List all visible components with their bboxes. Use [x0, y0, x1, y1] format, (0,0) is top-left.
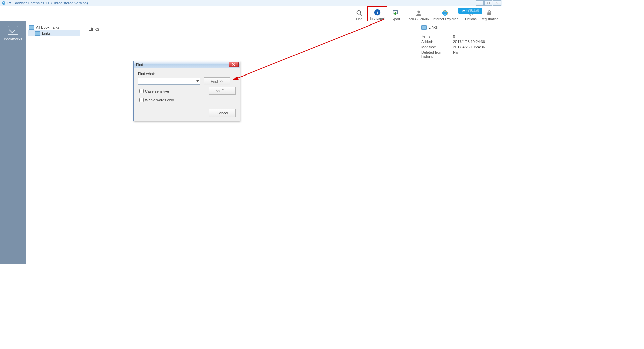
tree-child-label: Links	[42, 31, 51, 35]
find-label: Find	[356, 17, 362, 21]
info-panel-label: Info panel	[370, 17, 385, 20]
folder-icon	[421, 25, 427, 30]
registration-label: Registration	[481, 17, 498, 21]
bookmarks-icon[interactable]	[8, 26, 18, 35]
svg-rect-17	[487, 12, 491, 15]
window-titlebar: RS Browser Forensics 1.0 (Unregistered v…	[0, 0, 502, 6]
window-maximize-button[interactable]: ▢	[484, 0, 492, 6]
find-input[interactable]	[138, 79, 195, 84]
tree-child-links[interactable]: Links	[28, 30, 80, 36]
find-what-label: Find what:	[138, 72, 236, 76]
svg-text:i: i	[377, 10, 378, 15]
svg-line-15	[469, 14, 470, 15]
info-title: Links	[428, 25, 438, 30]
svg-point-6	[417, 11, 420, 13]
lock-icon	[485, 9, 493, 17]
dialog-close-button[interactable]	[229, 62, 239, 67]
whole-words-input[interactable]	[139, 98, 144, 102]
browser-button[interactable]: Internet Explorer	[431, 6, 460, 22]
workspace: Bookmarks All Bookmarks Links Links Link…	[0, 21, 502, 264]
browser-label: Internet Explorer	[433, 17, 458, 21]
svg-line-14	[472, 14, 473, 15]
folder-icon	[35, 31, 40, 36]
toolbar: Find i Info panel Export pc0359.cn-06 In…	[0, 6, 502, 22]
nav-column: Bookmarks	[0, 21, 26, 264]
window-minimize-button[interactable]: －	[476, 0, 484, 6]
content-heading: Links	[88, 26, 411, 36]
content-area: Links	[82, 21, 417, 264]
tree-panel: All Bookmarks Links	[26, 21, 82, 264]
info-panel: Links Items:0 Added:2017/4/25 19:24:36 M…	[417, 21, 502, 264]
export-label: Export	[390, 17, 400, 21]
cancel-button[interactable]: Cancel	[209, 109, 236, 117]
export-icon	[391, 9, 399, 17]
user-label: pc0359.cn-06	[409, 17, 429, 21]
info-row: Deleted from history:No	[421, 50, 498, 59]
find-prev-button[interactable]: << Find	[209, 87, 236, 95]
svg-point-0	[2, 1, 6, 5]
find-combo[interactable]	[138, 78, 200, 85]
options-label: Options	[465, 17, 476, 21]
info-panel-button[interactable]: i Info panel	[367, 6, 387, 22]
tree-root[interactable]: All Bookmarks	[28, 24, 80, 30]
info-table: Items:0 Added:2017/4/25 19:24:36 Modifie…	[421, 34, 498, 59]
ie-icon	[441, 9, 449, 17]
find-next-button[interactable]: Find >>	[204, 77, 230, 85]
app-icon	[1, 1, 6, 5]
case-sensitive-checkbox[interactable]: Case-sensitive	[138, 88, 206, 94]
svg-point-20	[462, 10, 463, 11]
find-button[interactable]: Find	[352, 6, 367, 22]
user-icon	[415, 9, 423, 17]
case-sensitive-input[interactable]	[139, 89, 144, 93]
find-dialog: Find Find what: Find >> Case-sensitive <…	[133, 61, 240, 121]
search-icon	[355, 9, 363, 17]
chevron-down-icon[interactable]	[195, 78, 200, 84]
tree-root-label: All Bookmarks	[36, 25, 59, 29]
svg-line-2	[360, 14, 362, 16]
export-button[interactable]: Export	[388, 6, 403, 22]
svg-point-21	[464, 10, 464, 11]
user-button[interactable]: pc0359.cn-06	[407, 6, 431, 22]
window-close-button[interactable]: ✕	[493, 0, 501, 6]
folder-icon	[29, 25, 34, 30]
dialog-title: Find	[136, 63, 229, 67]
nav-bookmarks-label: Bookmarks	[4, 37, 22, 41]
whole-words-checkbox[interactable]: Whole words only	[138, 97, 236, 103]
upload-badge-label: 拉我上传	[466, 8, 479, 13]
upload-badge[interactable]: 拉我上传	[458, 8, 482, 14]
dialog-titlebar[interactable]: Find	[134, 61, 240, 68]
svg-point-1	[357, 11, 360, 14]
window-title: RS Browser Forensics 1.0 (Unregistered v…	[7, 1, 476, 5]
info-row: Modified:2017/4/25 19:24:36	[421, 44, 498, 50]
info-row: Added:2017/4/25 19:24:36	[421, 39, 498, 44]
info-icon: i	[373, 8, 381, 16]
info-row: Items:0	[421, 34, 498, 39]
